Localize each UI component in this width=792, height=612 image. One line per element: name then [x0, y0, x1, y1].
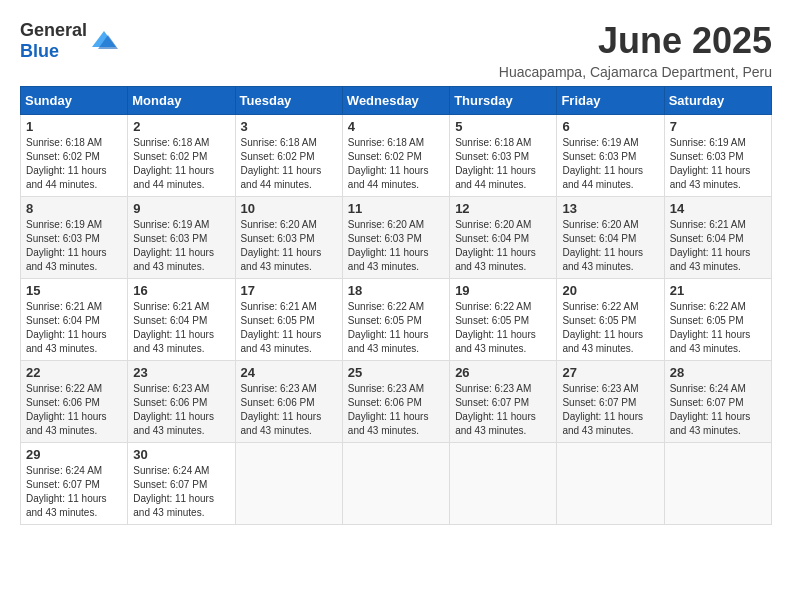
- day-detail: Sunrise: 6:22 AM Sunset: 6:05 PM Dayligh…: [348, 300, 444, 356]
- calendar-cell: 28 Sunrise: 6:24 AM Sunset: 6:07 PM Dayl…: [664, 361, 771, 443]
- logo-blue-text: Blue: [20, 41, 59, 61]
- calendar-cell: 17 Sunrise: 6:21 AM Sunset: 6:05 PM Dayl…: [235, 279, 342, 361]
- weekday-header-monday: Monday: [128, 87, 235, 115]
- calendar-cell: 16 Sunrise: 6:21 AM Sunset: 6:04 PM Dayl…: [128, 279, 235, 361]
- logo-general-text: General: [20, 20, 87, 40]
- day-number: 8: [26, 201, 122, 216]
- day-number: 17: [241, 283, 337, 298]
- day-detail: Sunrise: 6:24 AM Sunset: 6:07 PM Dayligh…: [26, 464, 122, 520]
- day-number: 25: [348, 365, 444, 380]
- weekday-header-wednesday: Wednesday: [342, 87, 449, 115]
- calendar-week-row: 8 Sunrise: 6:19 AM Sunset: 6:03 PM Dayli…: [21, 197, 772, 279]
- weekday-header-tuesday: Tuesday: [235, 87, 342, 115]
- day-detail: Sunrise: 6:22 AM Sunset: 6:05 PM Dayligh…: [455, 300, 551, 356]
- day-detail: Sunrise: 6:20 AM Sunset: 6:03 PM Dayligh…: [241, 218, 337, 274]
- day-detail: Sunrise: 6:21 AM Sunset: 6:04 PM Dayligh…: [133, 300, 229, 356]
- day-number: 14: [670, 201, 766, 216]
- calendar-week-row: 1 Sunrise: 6:18 AM Sunset: 6:02 PM Dayli…: [21, 115, 772, 197]
- day-number: 28: [670, 365, 766, 380]
- day-number: 24: [241, 365, 337, 380]
- day-number: 7: [670, 119, 766, 134]
- day-detail: Sunrise: 6:24 AM Sunset: 6:07 PM Dayligh…: [133, 464, 229, 520]
- day-number: 1: [26, 119, 122, 134]
- calendar-cell: 9 Sunrise: 6:19 AM Sunset: 6:03 PM Dayli…: [128, 197, 235, 279]
- calendar-cell: 14 Sunrise: 6:21 AM Sunset: 6:04 PM Dayl…: [664, 197, 771, 279]
- day-detail: Sunrise: 6:18 AM Sunset: 6:02 PM Dayligh…: [241, 136, 337, 192]
- month-title: June 2025: [499, 20, 772, 62]
- day-number: 19: [455, 283, 551, 298]
- calendar-table: SundayMondayTuesdayWednesdayThursdayFrid…: [20, 86, 772, 525]
- calendar-cell: 4 Sunrise: 6:18 AM Sunset: 6:02 PM Dayli…: [342, 115, 449, 197]
- calendar-cell: 29 Sunrise: 6:24 AM Sunset: 6:07 PM Dayl…: [21, 443, 128, 525]
- day-detail: Sunrise: 6:21 AM Sunset: 6:04 PM Dayligh…: [670, 218, 766, 274]
- day-detail: Sunrise: 6:19 AM Sunset: 6:03 PM Dayligh…: [670, 136, 766, 192]
- day-number: 18: [348, 283, 444, 298]
- day-number: 20: [562, 283, 658, 298]
- location-title: Huacapampa, Cajamarca Department, Peru: [499, 64, 772, 80]
- day-number: 15: [26, 283, 122, 298]
- day-number: 6: [562, 119, 658, 134]
- calendar-cell: 27 Sunrise: 6:23 AM Sunset: 6:07 PM Dayl…: [557, 361, 664, 443]
- calendar-cell: 8 Sunrise: 6:19 AM Sunset: 6:03 PM Dayli…: [21, 197, 128, 279]
- calendar-cell: 3 Sunrise: 6:18 AM Sunset: 6:02 PM Dayli…: [235, 115, 342, 197]
- calendar-cell: 10 Sunrise: 6:20 AM Sunset: 6:03 PM Dayl…: [235, 197, 342, 279]
- day-detail: Sunrise: 6:19 AM Sunset: 6:03 PM Dayligh…: [562, 136, 658, 192]
- weekday-header-sunday: Sunday: [21, 87, 128, 115]
- day-detail: Sunrise: 6:23 AM Sunset: 6:06 PM Dayligh…: [133, 382, 229, 438]
- day-number: 9: [133, 201, 229, 216]
- calendar-cell: 7 Sunrise: 6:19 AM Sunset: 6:03 PM Dayli…: [664, 115, 771, 197]
- logo-icon: [90, 27, 118, 55]
- day-number: 21: [670, 283, 766, 298]
- calendar-cell: 1 Sunrise: 6:18 AM Sunset: 6:02 PM Dayli…: [21, 115, 128, 197]
- calendar-cell: 5 Sunrise: 6:18 AM Sunset: 6:03 PM Dayli…: [450, 115, 557, 197]
- weekday-header-friday: Friday: [557, 87, 664, 115]
- calendar-week-row: 15 Sunrise: 6:21 AM Sunset: 6:04 PM Dayl…: [21, 279, 772, 361]
- calendar-cell: 22 Sunrise: 6:22 AM Sunset: 6:06 PM Dayl…: [21, 361, 128, 443]
- day-number: 30: [133, 447, 229, 462]
- calendar-cell: 23 Sunrise: 6:23 AM Sunset: 6:06 PM Dayl…: [128, 361, 235, 443]
- weekday-header-saturday: Saturday: [664, 87, 771, 115]
- day-number: 12: [455, 201, 551, 216]
- calendar-cell: [342, 443, 449, 525]
- day-detail: Sunrise: 6:23 AM Sunset: 6:07 PM Dayligh…: [562, 382, 658, 438]
- calendar-cell: [235, 443, 342, 525]
- calendar-cell: 13 Sunrise: 6:20 AM Sunset: 6:04 PM Dayl…: [557, 197, 664, 279]
- calendar-cell: 18 Sunrise: 6:22 AM Sunset: 6:05 PM Dayl…: [342, 279, 449, 361]
- day-detail: Sunrise: 6:23 AM Sunset: 6:07 PM Dayligh…: [455, 382, 551, 438]
- day-detail: Sunrise: 6:20 AM Sunset: 6:04 PM Dayligh…: [455, 218, 551, 274]
- day-detail: Sunrise: 6:19 AM Sunset: 6:03 PM Dayligh…: [133, 218, 229, 274]
- calendar-cell: 25 Sunrise: 6:23 AM Sunset: 6:06 PM Dayl…: [342, 361, 449, 443]
- day-detail: Sunrise: 6:22 AM Sunset: 6:05 PM Dayligh…: [562, 300, 658, 356]
- calendar-cell: 21 Sunrise: 6:22 AM Sunset: 6:05 PM Dayl…: [664, 279, 771, 361]
- day-detail: Sunrise: 6:19 AM Sunset: 6:03 PM Dayligh…: [26, 218, 122, 274]
- day-detail: Sunrise: 6:22 AM Sunset: 6:06 PM Dayligh…: [26, 382, 122, 438]
- day-number: 16: [133, 283, 229, 298]
- day-number: 26: [455, 365, 551, 380]
- day-detail: Sunrise: 6:18 AM Sunset: 6:02 PM Dayligh…: [26, 136, 122, 192]
- day-detail: Sunrise: 6:18 AM Sunset: 6:02 PM Dayligh…: [348, 136, 444, 192]
- day-number: 3: [241, 119, 337, 134]
- day-number: 4: [348, 119, 444, 134]
- day-detail: Sunrise: 6:18 AM Sunset: 6:03 PM Dayligh…: [455, 136, 551, 192]
- day-number: 5: [455, 119, 551, 134]
- calendar-cell: [664, 443, 771, 525]
- calendar-cell: [557, 443, 664, 525]
- calendar-cell: 15 Sunrise: 6:21 AM Sunset: 6:04 PM Dayl…: [21, 279, 128, 361]
- day-detail: Sunrise: 6:21 AM Sunset: 6:05 PM Dayligh…: [241, 300, 337, 356]
- calendar-week-row: 29 Sunrise: 6:24 AM Sunset: 6:07 PM Dayl…: [21, 443, 772, 525]
- day-detail: Sunrise: 6:18 AM Sunset: 6:02 PM Dayligh…: [133, 136, 229, 192]
- day-detail: Sunrise: 6:23 AM Sunset: 6:06 PM Dayligh…: [241, 382, 337, 438]
- title-area: June 2025 Huacapampa, Cajamarca Departme…: [499, 20, 772, 80]
- calendar-cell: 2 Sunrise: 6:18 AM Sunset: 6:02 PM Dayli…: [128, 115, 235, 197]
- day-detail: Sunrise: 6:24 AM Sunset: 6:07 PM Dayligh…: [670, 382, 766, 438]
- weekday-header-thursday: Thursday: [450, 87, 557, 115]
- calendar-cell: 26 Sunrise: 6:23 AM Sunset: 6:07 PM Dayl…: [450, 361, 557, 443]
- calendar-cell: [450, 443, 557, 525]
- day-number: 23: [133, 365, 229, 380]
- day-detail: Sunrise: 6:22 AM Sunset: 6:05 PM Dayligh…: [670, 300, 766, 356]
- day-number: 2: [133, 119, 229, 134]
- calendar-cell: 30 Sunrise: 6:24 AM Sunset: 6:07 PM Dayl…: [128, 443, 235, 525]
- calendar-cell: 19 Sunrise: 6:22 AM Sunset: 6:05 PM Dayl…: [450, 279, 557, 361]
- day-number: 29: [26, 447, 122, 462]
- day-number: 13: [562, 201, 658, 216]
